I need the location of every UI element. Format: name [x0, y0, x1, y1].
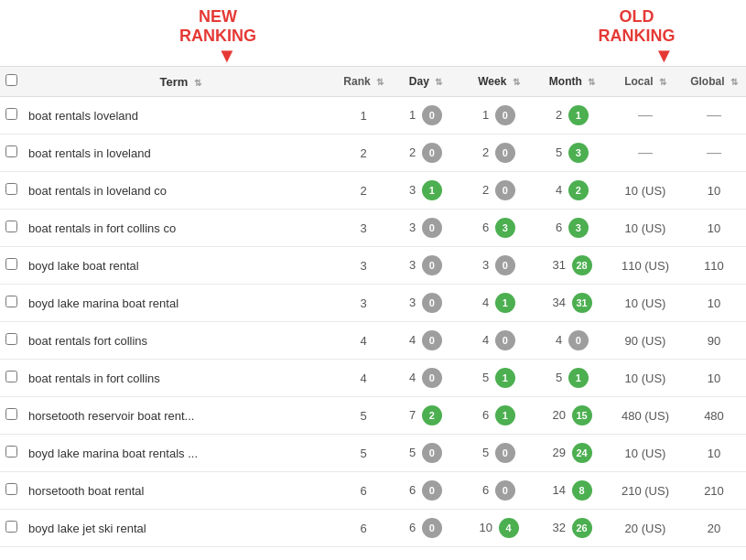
- local-cell: 10 (US): [609, 360, 682, 397]
- week-cell: 2 0: [462, 135, 535, 172]
- cell-value: 20: [552, 408, 565, 422]
- global-cell: 10: [682, 285, 746, 322]
- rank-sort-icon: ⇅: [376, 77, 384, 87]
- day-cell: 3 0: [389, 247, 462, 285]
- table-row: boyd lake marina boat rental 3 3 0 4 1 3…: [0, 285, 746, 322]
- cell-value: 4: [409, 333, 416, 347]
- day-cell: 6 0: [389, 510, 462, 547]
- term-cell: boat rentals in loveland: [23, 135, 338, 172]
- term-cell: boat rentals in loveland co: [23, 172, 338, 210]
- badge: 3: [568, 143, 589, 163]
- term-cell: boyd lake jet ski rental: [23, 510, 338, 547]
- month-cell: 14 8: [535, 472, 609, 510]
- week-cell: 6 3: [462, 210, 535, 247]
- week-cell: 5 1: [462, 360, 535, 397]
- rank-cell: 5: [338, 435, 389, 472]
- row-checkbox[interactable]: [5, 296, 17, 307]
- month-header[interactable]: Month ⇅: [535, 67, 609, 97]
- rank-cell: 2: [338, 135, 389, 172]
- row-checkbox-cell: [0, 247, 23, 285]
- rank-cell: 4: [338, 322, 389, 360]
- table-row: boat rentals loveland 1 1 0 1 0 2 1 — —: [0, 97, 746, 135]
- cell-value: 1: [409, 108, 416, 122]
- cell-value: 3: [409, 221, 416, 234]
- cell-value: 5: [556, 371, 562, 384]
- badge: 0: [422, 443, 442, 463]
- old-ranking-label: OLD RANKING: [582, 7, 691, 46]
- day-cell: 3 0: [389, 285, 462, 322]
- day-header[interactable]: Day ⇅: [389, 67, 462, 97]
- row-checkbox[interactable]: [5, 446, 17, 458]
- local-cell: 480 (US): [609, 397, 682, 435]
- select-all-checkbox[interactable]: [5, 74, 17, 86]
- badge: 3: [495, 218, 515, 238]
- row-checkbox-cell: [0, 135, 23, 172]
- rank-cell: 3: [338, 247, 389, 285]
- day-sort-icon: ⇅: [435, 77, 442, 87]
- row-checkbox[interactable]: [5, 483, 17, 495]
- week-cell: 6 0: [462, 472, 535, 510]
- cell-value: 6: [482, 408, 489, 422]
- term-cell: boyd lake marina boat rentals ...: [23, 435, 338, 472]
- table-row: horsetooth boat rental 6 6 0 6 0 14 8 21…: [0, 472, 746, 510]
- global-cell: —: [682, 97, 746, 135]
- row-checkbox[interactable]: [5, 221, 17, 232]
- local-cell: 10 (US): [609, 210, 682, 247]
- week-header[interactable]: Week ⇅: [462, 67, 535, 97]
- local-cell: —: [609, 135, 682, 172]
- row-checkbox-cell: [0, 435, 23, 472]
- week-cell: 6 1: [462, 397, 535, 435]
- row-checkbox[interactable]: [5, 408, 17, 420]
- badge: 24: [572, 443, 592, 463]
- month-cell: 20 15: [535, 397, 609, 435]
- badge: 0: [495, 143, 515, 163]
- rank-cell: 2: [338, 172, 389, 210]
- term-cell: boyd lake marina boat rental: [23, 285, 338, 322]
- rank-header[interactable]: Rank ⇅: [338, 67, 389, 97]
- week-cell: 10 4: [462, 510, 535, 547]
- row-checkbox[interactable]: [5, 333, 17, 345]
- row-checkbox-cell: [0, 472, 23, 510]
- global-cell: 90: [682, 322, 746, 360]
- cell-value: 3: [409, 296, 416, 309]
- cell-value: 2: [556, 108, 562, 122]
- row-checkbox[interactable]: [5, 145, 17, 157]
- week-cell: 4 1: [462, 285, 535, 322]
- global-header[interactable]: Global ⇅: [682, 67, 746, 97]
- row-checkbox[interactable]: [5, 521, 17, 533]
- cell-value: 6: [482, 483, 489, 497]
- cell-value: 6: [409, 483, 416, 497]
- term-cell: horsetooth boat rental: [23, 472, 338, 510]
- global-cell: 480: [682, 397, 746, 435]
- row-checkbox[interactable]: [5, 108, 17, 120]
- badge: 1: [495, 368, 515, 388]
- global-cell: 20: [682, 510, 746, 547]
- badge: 2: [422, 405, 442, 425]
- row-checkbox[interactable]: [5, 258, 17, 270]
- cell-value: 29: [552, 446, 565, 459]
- row-checkbox[interactable]: [5, 371, 17, 382]
- local-cell: 10 (US): [609, 435, 682, 472]
- row-checkbox-cell: [0, 510, 23, 547]
- badge: 0: [422, 368, 442, 388]
- local-cell: 10 (US): [609, 172, 682, 210]
- term-header[interactable]: Term ⇅: [23, 67, 338, 97]
- term-cell: boat rentals in fort collins: [23, 360, 338, 397]
- month-cell: 5 3: [535, 135, 609, 172]
- cell-value: 5: [482, 371, 489, 384]
- row-checkbox[interactable]: [5, 183, 17, 195]
- local-header[interactable]: Local ⇅: [609, 67, 682, 97]
- global-cell: 210: [682, 472, 746, 510]
- old-ranking-arrow: ▼: [654, 46, 675, 66]
- rank-cell: 1: [338, 97, 389, 135]
- week-sort-icon: ⇅: [513, 77, 520, 87]
- day-cell: 1 0: [389, 97, 462, 135]
- day-cell: 7 2: [389, 397, 462, 435]
- month-cell: 6 3: [535, 210, 609, 247]
- cell-value: 1: [482, 108, 489, 122]
- week-cell: 1 0: [462, 97, 535, 135]
- row-checkbox-cell: [0, 322, 23, 360]
- month-cell: 4 0: [535, 322, 609, 360]
- badge: 0: [422, 143, 442, 163]
- week-cell: 2 0: [462, 172, 535, 210]
